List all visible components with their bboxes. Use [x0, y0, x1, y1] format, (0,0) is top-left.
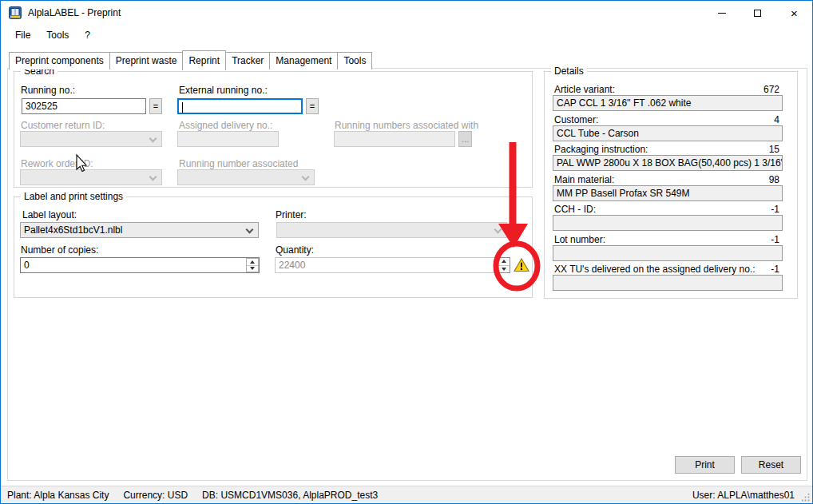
running-numbers-associated-with-input[interactable]	[334, 131, 455, 147]
print-button[interactable]: Print	[675, 456, 735, 474]
number-of-copies-input[interactable]: 0	[20, 257, 260, 273]
quantity-input[interactable]: 22400	[275, 257, 496, 273]
main-material-number: 98	[769, 174, 779, 185]
window-title: AlplaLABEL - Preprint	[28, 7, 121, 18]
article-variant-value: CAP CCL 1 3/16'' FT .062 white	[553, 95, 783, 111]
minimize-icon	[718, 13, 726, 14]
chevron-down-icon	[149, 173, 157, 181]
external-running-no-equals-button[interactable]: =	[306, 98, 319, 114]
lot-number-value	[553, 245, 783, 261]
main-material-value: MM PP Basell Profax SR 549M	[553, 185, 783, 201]
rework-order-id-label: Rework order ID:	[21, 158, 93, 169]
packaging-instruction-label: Packaging instruction:	[554, 144, 648, 155]
label-print-settings-title: Label and print settings	[21, 191, 126, 202]
reset-button[interactable]: Reset	[741, 456, 801, 474]
tab-tracker[interactable]: Tracker	[225, 52, 270, 69]
tus-delivered-number: -1	[771, 264, 779, 275]
warning-icon	[514, 258, 529, 272]
tab-preprint-components[interactable]: Preprint components	[9, 52, 110, 69]
tab-reprint[interactable]: Reprint	[182, 50, 226, 70]
status-user: User: ALPLA\matthes01	[692, 490, 795, 501]
tab-tools[interactable]: Tools	[337, 52, 372, 69]
titlebar[interactable]: AlplaLABEL - Preprint ×	[1, 1, 812, 25]
app-icon	[9, 6, 22, 19]
lot-number-number: -1	[771, 234, 779, 245]
packaging-instruction-value: PAL WWP 2800u X 18 BOX BAG(50,400 pcs) 1…	[553, 155, 783, 171]
printer-combobox[interactable]	[276, 222, 507, 238]
browse-button[interactable]: ...	[458, 131, 472, 147]
external-running-no-label: External running no.:	[179, 85, 268, 96]
label-layout-label: Label layout:	[22, 209, 77, 220]
packaging-instruction-number: 15	[769, 144, 779, 155]
label-layout-value: Pallet4x6Std1bcV1.nlbl	[24, 224, 122, 236]
maximize-icon	[754, 10, 761, 17]
rework-order-id-combobox[interactable]	[20, 169, 162, 185]
number-of-copies-spinner[interactable]	[246, 258, 259, 272]
running-no-label: Running no.:	[21, 85, 75, 96]
resize-grip[interactable]	[802, 494, 810, 502]
number-of-copies-label: Number of copies:	[21, 244, 98, 256]
menu-help[interactable]: ?	[77, 25, 98, 46]
maximize-button[interactable]	[740, 1, 775, 25]
detail-row: XX TU's delivered on the assigned delive…	[549, 264, 801, 275]
printer-label: Printer:	[276, 209, 307, 220]
tab-strip: Preprint components Preprint waste Repri…	[9, 50, 371, 69]
quantity-spinner[interactable]	[498, 257, 510, 273]
external-running-no-input[interactable]	[177, 98, 303, 114]
customer-number: 4	[774, 114, 779, 125]
label-layout-combobox[interactable]: Pallet4x6Std1bcV1.nlbl	[20, 222, 259, 238]
statusbar: Plant: Alpla Kansas City Currency: USD D…	[1, 486, 812, 504]
running-numbers-associated-with-label: Running numbers associated with	[335, 120, 478, 131]
menubar: File Tools ?	[1, 25, 812, 46]
article-variant-label: Article variant:	[554, 84, 615, 95]
customer-value: CCL Tube - Carson	[553, 125, 783, 141]
app-window: AlplaLABEL - Preprint × File Tools ? Pre…	[0, 0, 813, 504]
tab-management[interactable]: Management	[269, 52, 338, 69]
detail-row: Packaging instruction:15	[549, 144, 801, 155]
detail-row: Main material:98	[549, 174, 801, 185]
running-no-input[interactable]: 302525	[22, 98, 146, 114]
customer-return-id-combobox[interactable]	[20, 131, 162, 147]
assigned-delivery-no-input[interactable]	[177, 131, 279, 147]
spinner-up-icon[interactable]	[247, 259, 258, 265]
tab-preprint-waste[interactable]: Preprint waste	[109, 52, 184, 69]
close-icon: ×	[791, 7, 798, 19]
cch-id-value	[553, 215, 783, 231]
running-number-associated-label: Running number associated	[179, 158, 298, 169]
chevron-down-icon	[246, 226, 254, 234]
menu-tools[interactable]: Tools	[38, 25, 77, 46]
menu-file[interactable]: File	[7, 25, 38, 46]
quantity-label: Quantity:	[276, 244, 314, 256]
tus-delivered-value	[553, 275, 783, 291]
status-currency: Currency: USD	[123, 490, 188, 501]
cch-id-label: CCH - ID:	[554, 204, 596, 215]
tus-delivered-label: XX TU's delivered on the assigned delive…	[554, 264, 755, 275]
spinner-up-icon[interactable]	[498, 258, 510, 265]
details-group-title: Details	[551, 65, 587, 77]
detail-row: CCH - ID:-1	[549, 204, 801, 215]
reprint-tab-page: Search Running no.: 302525 = External ru…	[7, 68, 807, 481]
text-caret	[182, 102, 183, 113]
detail-row: Lot number:-1	[549, 234, 801, 245]
spinner-down-icon[interactable]	[498, 265, 510, 273]
chevron-down-icon	[494, 226, 502, 234]
status-plant: Plant: Alpla Kansas City	[7, 490, 109, 501]
status-db: DB: USMCD1VMS036, AlplaPROD_test3	[202, 490, 378, 501]
close-button[interactable]: ×	[776, 1, 812, 25]
assigned-delivery-no-label: Assigned delivery no.:	[179, 120, 272, 131]
detail-row: Customer:4	[549, 114, 801, 125]
spinner-down-icon[interactable]	[247, 265, 258, 272]
running-no-equals-button[interactable]: =	[149, 98, 162, 114]
chevron-down-icon	[302, 173, 310, 181]
running-number-associated-combobox[interactable]	[177, 169, 315, 185]
minimize-button[interactable]	[704, 1, 740, 25]
article-variant-number: 672	[763, 84, 779, 95]
detail-row: Article variant:672	[549, 84, 801, 95]
chevron-down-icon	[149, 135, 157, 143]
main-material-label: Main material:	[554, 174, 614, 185]
cch-id-number: -1	[771, 204, 779, 215]
lot-number-label: Lot number:	[554, 234, 605, 245]
customer-label: Customer:	[554, 114, 598, 125]
customer-return-id-label: Customer return ID:	[21, 120, 105, 131]
